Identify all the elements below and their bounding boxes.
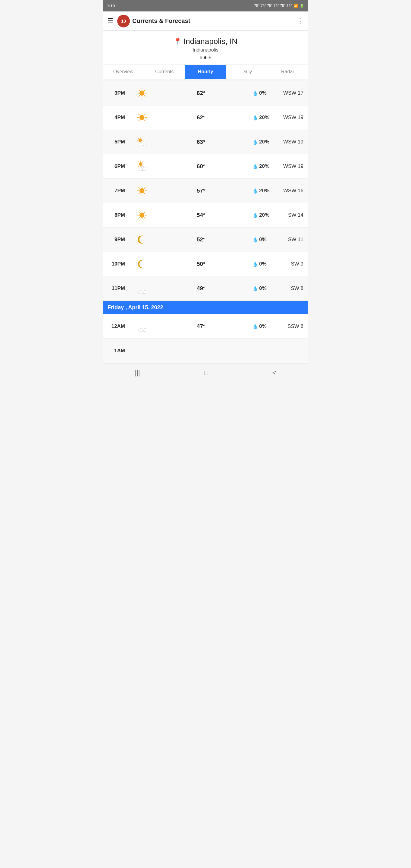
table-row: 6PM 60° 💧 20% WSW 19 [103, 154, 308, 179]
weather-icon [134, 183, 150, 198]
location-dot-2[interactable] [204, 56, 207, 59]
nav-bar: ||| □ < [103, 363, 308, 382]
table-row: 12AM 47° 💧 0% SSW 8 [103, 314, 308, 339]
svg-line-46 [138, 193, 139, 194]
hour-time: 4PM [107, 115, 129, 121]
table-row: 9PM 52° 💧 0% SW 11 [103, 227, 308, 252]
svg-point-65 [143, 329, 147, 332]
table-row: 5PM 63° 💧 20% WSW 19 [103, 130, 308, 154]
svg-line-57 [138, 212, 139, 213]
hour-precip: 💧 0% [252, 285, 279, 291]
svg-line-4 [138, 96, 139, 96]
weather-icon [134, 318, 150, 334]
table-row: 4PM 62° 💧 20% WSW 19 [103, 105, 308, 130]
hour-precip: 💧 20% [252, 188, 279, 194]
hour-divider [129, 112, 129, 123]
svg-point-42 [139, 188, 145, 193]
precip-value: 0% [259, 261, 267, 267]
precip-value: 20% [259, 115, 270, 121]
tab-currents[interactable]: Currents [144, 65, 185, 79]
more-options-icon[interactable]: ⋮ [297, 17, 304, 25]
svg-line-53 [144, 218, 145, 218]
header-title: Currents & Forecast [132, 18, 297, 24]
tab-daily[interactable]: Daily [226, 65, 267, 79]
tab-radar[interactable]: Radar [267, 65, 308, 79]
svg-line-8 [144, 90, 145, 90]
location-add-icon[interactable]: + [208, 55, 211, 60]
status-bar: 1:19 75° 75° 75° 75° 75° 76° 📶 🔋 [103, 0, 308, 11]
svg-line-13 [138, 120, 139, 121]
tab-overview[interactable]: Overview [103, 65, 144, 79]
table-row: 3PM 62° 💧 0% WSW 17 [103, 81, 308, 105]
hour-divider [129, 283, 129, 294]
precip-value: 20% [259, 163, 270, 169]
hour-time: 12AM [107, 323, 129, 330]
status-wifi: 📶 [293, 4, 298, 8]
precip-value: 0% [259, 90, 267, 96]
rain-drop-icon: 💧 [252, 139, 258, 145]
nav-recent-icon[interactable]: < [266, 367, 282, 378]
svg-point-61 [138, 291, 143, 294]
hour-precip: 💧 20% [252, 212, 279, 218]
tab-hourly[interactable]: Hourly [185, 65, 226, 79]
nav-back-icon[interactable]: ||| [129, 367, 146, 378]
hour-divider [129, 210, 129, 221]
svg-line-26 [142, 138, 143, 138]
status-right: 75° 75° 75° 75° 75° 76° 📶 🔋 [254, 4, 304, 8]
hour-time: 10PM [107, 261, 129, 267]
rain-drop-icon: 💧 [252, 213, 258, 218]
menu-icon[interactable]: ☰ [107, 18, 114, 24]
rain-drop-icon: 💧 [252, 286, 258, 291]
nav-home-icon[interactable]: □ [198, 367, 214, 378]
hour-temp: 60° [150, 163, 252, 170]
hour-divider [129, 345, 129, 356]
svg-point-41 [143, 167, 147, 171]
hour-time: 6PM [107, 163, 129, 169]
svg-point-18 [138, 138, 142, 142]
hour-time: 9PM [107, 237, 129, 243]
rain-drop-icon: 💧 [252, 164, 258, 169]
location-pin-icon: 📍 [173, 38, 182, 45]
hour-divider [129, 321, 129, 332]
hour-wind: WSW 19 [279, 139, 304, 145]
hour-time: 7PM [107, 188, 129, 194]
hour-wind: SSW 8 [279, 323, 304, 330]
svg-line-38 [143, 162, 143, 162]
status-time: 1:19 [107, 4, 115, 8]
svg-line-44 [144, 193, 145, 194]
location-dot-1[interactable] [200, 56, 202, 59]
precip-value: 0% [259, 237, 267, 243]
location-sub: Indianapolis [107, 47, 304, 53]
hour-precip: 💧 20% [252, 115, 279, 121]
status-battery: 🔋 [299, 4, 304, 8]
weather-icon [134, 110, 150, 125]
hour-temp: 52° [150, 236, 252, 243]
tabs-container: Overview Currents Hourly Daily Radar [103, 65, 308, 79]
hour-divider [129, 88, 129, 98]
location-name: 📍 Indianapolis, IN [107, 37, 304, 46]
svg-line-59 [144, 212, 145, 213]
hour-divider [129, 161, 129, 172]
hour-wind: WSW 19 [279, 163, 304, 169]
hour-temp: 54° [150, 212, 252, 218]
hour-precip: 💧 20% [252, 139, 279, 145]
weather-icon [134, 343, 150, 359]
svg-line-15 [138, 114, 139, 115]
svg-line-2 [144, 96, 145, 96]
weather-icon [134, 207, 150, 223]
rain-drop-icon: 💧 [252, 324, 258, 330]
hour-time: 8PM [107, 212, 129, 218]
day-separator: Friday , April 15, 2022 [103, 301, 308, 314]
location-section: 📍 Indianapolis, IN Indianapolis + [103, 31, 308, 64]
hour-temp: 63° [150, 138, 252, 145]
hour-temp: 62° [150, 114, 252, 121]
precip-value: 0% [259, 285, 267, 291]
hour-wind: SW 14 [279, 212, 304, 218]
location-dots: + [107, 55, 304, 60]
app-header: ☰ 13 Currents & Forecast ⋮ [103, 11, 308, 31]
svg-line-22 [138, 142, 138, 143]
svg-line-34 [138, 166, 139, 166]
hour-precip: 💧 0% [252, 323, 279, 330]
rain-drop-icon: 💧 [252, 188, 258, 194]
hour-temp: 50° [150, 261, 252, 267]
